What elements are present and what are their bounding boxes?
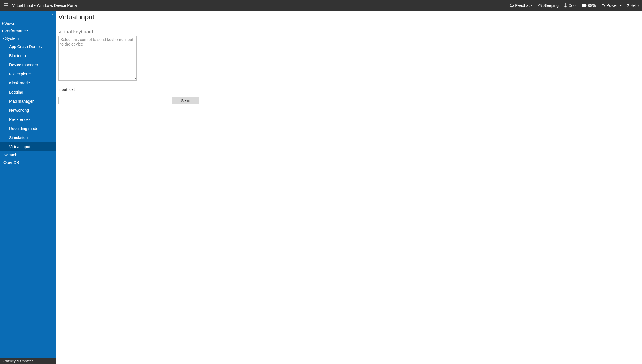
nav: Views Performance System App Crash Dumps…	[0, 20, 56, 166]
nav-item-map-manager[interactable]: Map manager	[0, 97, 56, 106]
nav-item-openxr[interactable]: OpenXR	[0, 159, 56, 166]
nav-section-label: Views	[4, 21, 15, 26]
svg-point-1	[511, 5, 512, 5]
nav-item-simulation[interactable]: Simulation	[0, 133, 56, 142]
topbar: Virtual Input - Windows Device Portal Fe…	[0, 0, 642, 11]
nav-item-device-manager[interactable]: Device manager	[0, 60, 56, 69]
nav-section-label: Performance	[4, 29, 28, 33]
temperature-status[interactable]: Cool	[564, 3, 577, 8]
svg-rect-5	[586, 5, 586, 6]
power-menu[interactable]: Power	[601, 3, 622, 8]
nav-item-virtual-input[interactable]: Virtual Input	[0, 142, 56, 151]
caret-down-icon	[620, 5, 622, 6]
feedback-button[interactable]: Feedback	[510, 3, 532, 8]
input-text-row: Send	[58, 97, 637, 104]
power-label: Power	[606, 3, 618, 8]
send-button[interactable]: Send	[172, 97, 199, 104]
nav-section-system[interactable]: System	[0, 35, 56, 42]
nav-item-recording-mode[interactable]: Recording mode	[0, 124, 56, 133]
page-title: Virtual input	[58, 13, 637, 21]
nav-item-networking[interactable]: Networking	[0, 106, 56, 115]
input-text-label: Input text	[58, 87, 637, 92]
battery-icon	[582, 4, 587, 7]
sidebar: Views Performance System App Crash Dumps…	[0, 11, 56, 364]
nav-section-performance[interactable]: Performance	[0, 27, 56, 35]
collapse-sidebar-button[interactable]	[50, 13, 54, 18]
svg-point-0	[510, 4, 514, 7]
power-icon	[601, 3, 605, 8]
nav-item-scratch[interactable]: Scratch	[0, 151, 56, 159]
nav-item-file-explorer[interactable]: File explorer	[0, 69, 56, 78]
svg-rect-4	[582, 5, 586, 7]
nav-item-logging[interactable]: Logging	[0, 88, 56, 97]
chevron-down-icon	[2, 38, 5, 39]
help-button[interactable]: ? Help	[627, 3, 639, 8]
main-content: Virtual input Virtual keyboard Input tex…	[56, 11, 642, 364]
smiley-icon	[510, 3, 514, 8]
thermometer-icon	[564, 3, 567, 8]
feedback-label: Feedback	[515, 3, 532, 8]
svg-point-2	[512, 5, 513, 5]
nav-item-kiosk-mode[interactable]: Kiosk mode	[0, 78, 56, 88]
input-text-field[interactable]	[58, 97, 171, 104]
history-icon	[538, 3, 542, 8]
battery-status[interactable]: 99%	[582, 3, 596, 8]
nav-item-preferences[interactable]: Preferences	[0, 115, 56, 124]
app-title: Virtual Input - Windows Device Portal	[12, 3, 78, 8]
sleeping-label: Sleeping	[543, 3, 559, 8]
virtual-keyboard-label: Virtual keyboard	[58, 29, 637, 35]
virtual-keyboard-input[interactable]	[58, 36, 137, 81]
nav-section-views[interactable]: Views	[0, 20, 56, 27]
nav-item-bluetooth[interactable]: Bluetooth	[0, 51, 56, 60]
battery-label: 99%	[588, 3, 596, 8]
help-label: Help	[630, 3, 639, 8]
hamburger-icon[interactable]	[2, 1, 10, 9]
sleeping-status[interactable]: Sleeping	[538, 3, 559, 8]
temperature-label: Cool	[568, 3, 577, 8]
privacy-cookies-link[interactable]: Privacy & Cookies	[0, 358, 56, 364]
chevron-right-icon	[2, 22, 4, 25]
nav-section-label: System	[5, 36, 19, 41]
chevron-right-icon	[2, 30, 4, 32]
nav-item-app-crash-dumps[interactable]: App Crash Dumps	[0, 42, 56, 51]
svg-point-3	[565, 6, 566, 7]
question-icon: ?	[627, 3, 629, 8]
